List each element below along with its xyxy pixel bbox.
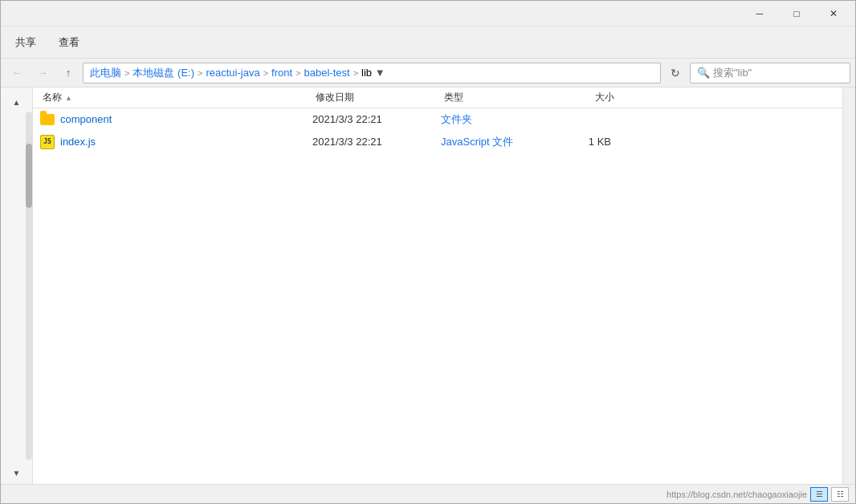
col-header-size[interactable]: 大小 — [553, 87, 618, 108]
scrollbar-thumb[interactable] — [26, 144, 32, 208]
breadcrumb-this-pc[interactable]: 此电脑 — [90, 66, 121, 80]
title-bar-controls: ─ □ ✕ — [741, 1, 852, 26]
search-placeholder-text: 搜索"lib" — [713, 66, 752, 80]
right-scrollbar[interactable] — [842, 87, 855, 484]
back-button[interactable]: ← — [6, 62, 28, 84]
watermark-text: https://blog.csdn.net/chaogaoxiaojie — [666, 490, 807, 499]
col-header-name[interactable]: 名称 ▲ — [39, 87, 312, 108]
file-area: 名称 ▲ 修改日期 类型 大小 component 2021/3/3 22:21 — [33, 87, 842, 484]
forward-button[interactable]: → — [31, 62, 54, 84]
file-size: 1 KB — [553, 136, 618, 148]
sep1: > — [124, 68, 129, 78]
sep4: > — [296, 68, 300, 78]
file-type: JavaScript 文件 — [441, 135, 553, 149]
file-date: 2021/3/3 22:21 — [312, 136, 441, 148]
breadcrumb-front[interactable]: front — [271, 67, 292, 79]
js-file-icon: JS — [39, 134, 55, 150]
search-icon: 🔍 — [697, 67, 710, 79]
breadcrumb-drive[interactable]: 本地磁盘 (E:) — [132, 66, 194, 80]
col-header-type[interactable]: 类型 — [441, 87, 553, 108]
sep2: > — [198, 68, 202, 78]
table-row[interactable]: component 2021/3/3 22:21 文件夹 — [33, 108, 842, 131]
close-button[interactable]: ✕ — [815, 1, 852, 26]
status-bar: https://blog.csdn.net/chaogaoxiaojie ☰ ☷ — [1, 484, 855, 503]
breadcrumb-lib: lib — [361, 67, 372, 79]
addressbar[interactable]: 此电脑 > 本地磁盘 (E:) > reactui-java > front >… — [83, 63, 661, 83]
status-right: https://blog.csdn.net/chaogaoxiaojie ☰ ☷ — [666, 487, 849, 502]
file-date: 2021/3/3 22:21 — [312, 113, 441, 125]
sep5: > — [353, 68, 358, 78]
share-menu[interactable]: 共享 — [10, 32, 41, 53]
main-area: ▲ ▼ 名称 ▲ 修改日期 类型 大小 — [1, 87, 855, 484]
file-type: 文件夹 — [441, 112, 553, 127]
column-headers: 名称 ▲ 修改日期 类型 大小 — [33, 87, 842, 108]
sep3: > — [263, 68, 268, 78]
view-menu[interactable]: 查看 — [54, 32, 84, 53]
scroll-down-button[interactable]: ▼ — [9, 465, 25, 481]
view-tiles-button[interactable]: ☷ — [831, 487, 849, 502]
refresh-button[interactable]: ↻ — [664, 62, 687, 84]
left-panel: ▲ ▼ — [1, 87, 33, 484]
up-button[interactable]: ↑ — [57, 62, 79, 84]
breadcrumb-babeltest[interactable]: babel-test — [304, 67, 350, 79]
file-name: component — [60, 113, 312, 125]
scrollbar-vertical[interactable] — [26, 112, 32, 460]
folder-icon — [39, 112, 55, 128]
maximize-button[interactable]: □ — [778, 1, 815, 26]
toolbar: 共享 查看 — [1, 26, 855, 59]
sort-arrow-name: ▲ — [65, 94, 72, 102]
address-dropdown-button[interactable]: ▼ — [372, 63, 388, 83]
minimize-button[interactable]: ─ — [741, 1, 778, 26]
breadcrumb-reactui[interactable]: reactui-java — [206, 67, 259, 79]
breadcrumb: 此电脑 > 本地磁盘 (E:) > reactui-java > front >… — [90, 66, 372, 80]
search-box[interactable]: 🔍 搜索"lib" — [690, 63, 850, 83]
addressbar-row: ← → ↑ 此电脑 > 本地磁盘 (E:) > reactui-java > f… — [1, 59, 855, 87]
file-list: component 2021/3/3 22:21 文件夹 JS index.js… — [33, 108, 842, 484]
scroll-up-button[interactable]: ▲ — [9, 94, 25, 110]
table-row[interactable]: JS index.js 2021/3/3 22:21 JavaScript 文件… — [33, 131, 842, 153]
title-bar: ─ □ ✕ — [1, 1, 855, 26]
file-name: index.js — [60, 136, 312, 148]
view-details-button[interactable]: ☰ — [810, 487, 828, 502]
col-header-date[interactable]: 修改日期 — [312, 87, 441, 108]
